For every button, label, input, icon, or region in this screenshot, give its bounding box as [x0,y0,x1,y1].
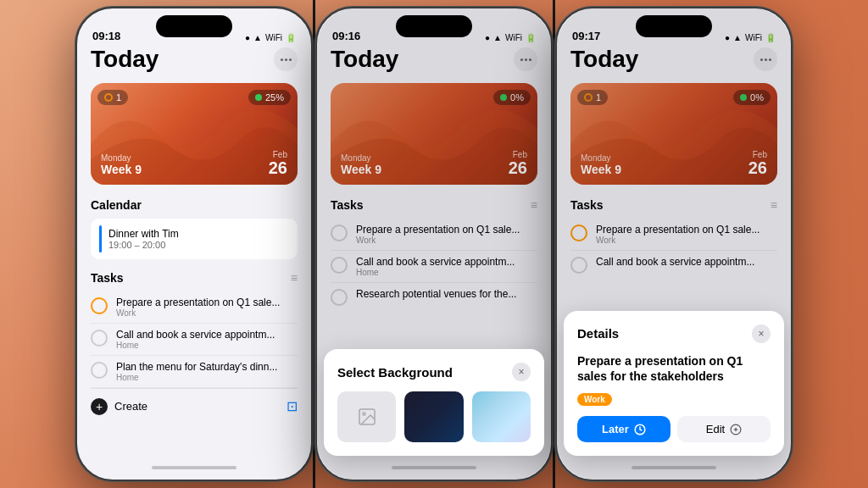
task-circle-1-3[interactable] [91,362,108,379]
cal-time-1: 19:00 – 20:00 [108,240,179,250]
details-close-button[interactable]: × [752,324,771,343]
task-title-1-1: Prepare a presentation on Q1 sale... [116,297,280,308]
select-bg-modal: Select Background × [324,349,544,456]
create-btn-right-1[interactable]: ⊡ [287,398,298,414]
task-sub-1-3: Home [116,373,277,382]
task-item-1-1[interactable]: Prepare a presentation on Q1 sale... Wor… [91,291,298,324]
phone-1: 09:18 ● ▲ WiFi 🔋 Today [75,7,313,481]
task-item-1-3[interactable]: Plan the menu for Saturday's dinn... Hom… [91,356,298,388]
more-icon-1 [281,58,292,61]
calendar-section-1: Calendar Dinner with Tim 19:00 – 20:00 [91,198,298,259]
hero-week-1: Week 9 [101,163,142,176]
task-item-1-2[interactable]: Call and book a service appointm... Home [91,324,298,356]
later-button[interactable]: Later [577,416,670,442]
more-button-1[interactable] [274,47,298,71]
task-sub-1-2: Home [116,341,275,350]
clock-icon [634,424,646,435]
task-circle-1-1[interactable] [91,297,108,314]
bg-option-blue[interactable] [472,391,531,442]
page-title-1: Today [91,46,159,73]
bg-option-dark[interactable] [404,391,463,442]
create-icon-1: + [91,398,108,415]
details-task-title: Prepare a presentation on Q1 sales for t… [577,353,771,384]
task-title-1-3: Plan the menu for Saturday's dinn... [116,361,277,373]
hero-day-label-1: Monday [101,153,142,163]
details-panel: Details × Prepare a presentation on Q1 s… [564,311,784,456]
task-sub-1-1: Work [116,308,280,318]
calendar-stripe-1 [99,225,102,252]
phone-3: 09:17 ● ▲ WiFi 🔋 Today [555,7,793,481]
edit-button[interactable]: Edit [677,416,771,442]
hero-bottom-1: Monday Week 9 Feb 26 [101,150,287,176]
page-header-1: Today [91,46,298,73]
tasks-header-1: Tasks ≡ [91,271,298,285]
bg-options [337,391,531,442]
hero-day-num-1: 26 [269,159,287,176]
edit-icon [730,424,742,435]
hero-card-1[interactable]: 1 25% Monday Week 9 Feb 26 [91,83,298,185]
phone-2: 09:16 ● ▲ WiFi 🔋 Today [315,7,553,481]
create-label-1: Create [114,400,147,413]
dynamic-island-1 [156,15,232,37]
status-time-1: 09:18 [92,30,120,42]
cal-title-1: Dinner with Tim [108,228,179,240]
details-actions: Later Edit [577,416,771,442]
green-dot-1 [255,94,262,101]
task-title-1-2: Call and book a service appointm... [116,329,275,341]
bg-option-placeholder[interactable] [337,391,396,442]
bottom-bar-1 [77,456,311,480]
home-indicator-1 [152,466,236,469]
work-badge: Work [577,393,612,406]
tasks-section-1: Tasks ≡ Prepare a presentation on Q1 sal… [91,271,298,456]
hero-badge-right-1: 25% [248,90,291,105]
create-row-1[interactable]: + Create ⊡ [91,388,298,420]
modal-title: Select Background [337,365,453,380]
calendar-item-1[interactable]: Dinner with Tim 19:00 – 20:00 [91,219,298,259]
calendar-header-1: Calendar [91,198,298,212]
status-icons-1: ● ▲ WiFi 🔋 [245,33,296,42]
hero-badge-left-1: 1 [97,90,128,105]
list-icon-1: ≡ [291,271,298,285]
details-title: Details [577,326,619,341]
task-circle-1-2[interactable] [91,330,108,347]
svg-point-1 [363,413,365,415]
modal-close-button[interactable]: × [512,363,531,381]
details-header: Details × [577,324,771,343]
modal-header: Select Background × [337,363,531,381]
